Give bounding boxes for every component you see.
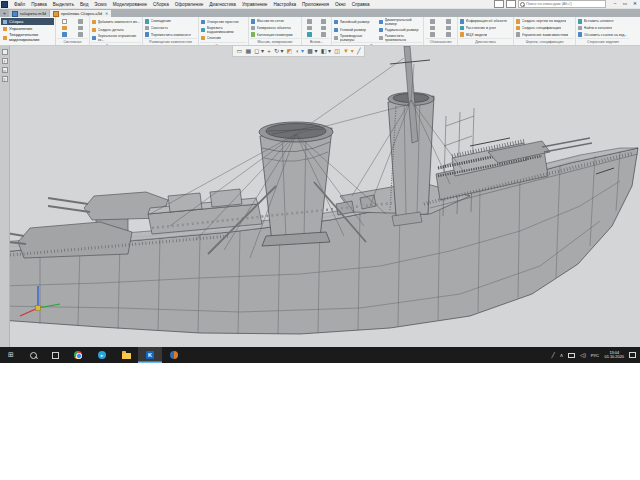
taskbar-search-button[interactable] [22,347,44,363]
undo-icon[interactable] [78,32,83,37]
app-logo-icon[interactable] [1,1,8,8]
section-button[interactable]: Сечение [200,34,247,42]
restore-button[interactable]: ▭ [620,0,630,8]
tolerance-icon[interactable] [446,26,451,31]
menu-management[interactable]: Управление [239,2,271,7]
save-document-icon[interactable] [62,32,67,37]
snap-settings-icon[interactable]: ▦ [244,46,253,56]
mirror-components-button[interactable]: Зеркальное отражение ко... [91,34,141,42]
set-tab-management[interactable]: Управление [1,25,54,32]
linear-dimension-button[interactable]: Линейный размер [333,18,377,26]
network-icon[interactable] [568,353,575,358]
local-csys-icon[interactable] [321,19,326,24]
start-button[interactable]: ⊞ [0,347,22,363]
taskbar-app-kompas-viewer[interactable] [162,347,186,363]
group-caption[interactable]: Операции [200,42,247,45]
taskbar-app-telegram[interactable]: ▸ [90,347,114,363]
manage-links-button[interactable]: Управление зависимостями [515,31,574,38]
tab-part-document[interactable]: габариты.m3d [9,10,49,17]
coincidence-button[interactable]: Совпадение [144,18,197,25]
taskbar-app-kompas[interactable]: K [138,347,162,363]
screens-icon[interactable] [506,0,516,8]
language-indicator[interactable]: РУС [588,353,601,358]
axis-icon[interactable] [307,26,312,31]
measure-pencil-icon[interactable]: ╱ [355,46,362,56]
menu-view[interactable]: Вид [77,2,91,7]
leader-icon[interactable] [430,32,435,37]
menu-applications[interactable]: Приложения [299,2,332,7]
object-filter-icon[interactable]: ▼ ▾ [342,46,356,56]
roughness-icon[interactable] [430,19,435,24]
control-point-icon[interactable] [321,26,326,31]
shaded-with-edges-icon[interactable]: ▩ ▾ [306,46,320,56]
group-caption[interactable]: Системная [57,38,88,45]
layout-icon[interactable] [494,0,504,8]
menu-file[interactable]: Файл [11,2,28,7]
derived-dimensions-button[interactable]: Производные размеры [333,34,377,42]
taskbar-app-chrome[interactable] [66,347,90,363]
group-caption[interactable]: Сторонние изделия [577,38,629,45]
zoom-area-icon[interactable]: ◻ ▾ [253,46,266,56]
close-button[interactable]: ✕ [630,0,640,8]
find-in-catalog-button[interactable]: Найти в каталоге [577,25,629,32]
group-caption[interactable]: Диагностика [459,38,512,45]
selection-frame-icon[interactable]: ▭ [235,46,244,56]
notification-center-icon[interactable] [629,352,636,358]
arrange-dimensions-button[interactable]: Разместить произвольно [378,34,422,42]
angular-dimension-button[interactable]: Угловой размер [333,26,377,34]
menu-help[interactable]: Справка [349,2,373,7]
display-style-icon[interactable]: ◐ ▾ [294,46,306,56]
plane-icon[interactable] [307,32,312,37]
group-caption[interactable]: Вспом... [303,38,330,45]
menu-settings[interactable]: Настройка [270,2,299,7]
model-viewport[interactable]: f ≔ ≡ ▭ ▦ ◻ ▾ + ↻ ▾ ◩ ◐ ▾ ▩ ▾ ◧ ▾ ◫ ▼ ▾ … [0,46,640,347]
clipboard-icon[interactable] [78,26,83,31]
task-view-button[interactable] [44,347,66,363]
pan-icon[interactable]: + [266,46,273,56]
new-tab-button[interactable]: + [0,10,9,17]
group-caption[interactable]: Чертеж, спецификация [515,38,574,45]
rotate-orbit-icon[interactable]: ↻ ▾ [272,46,285,56]
command-search-input[interactable] [525,2,603,6]
copy-objects-button[interactable]: Копировать объекты [250,25,300,32]
tab-close-icon[interactable]: ✕ [105,11,108,16]
group-caption[interactable]: Обозначения [425,38,456,45]
group-caption[interactable]: Размеры [333,42,422,45]
print-icon[interactable] [78,19,83,24]
set-tab-assembly[interactable]: Сборка [1,18,54,25]
geometry-collection-button[interactable]: Коллекция геометрии [250,31,300,38]
distance-angle-button[interactable]: Расстояние и угол [459,25,512,32]
datum-icon[interactable] [430,26,435,31]
menu-annotation[interactable]: Оформление [172,2,207,7]
marking-icon[interactable] [446,19,451,24]
menu-edit[interactable]: Правка [28,2,50,7]
move-component-button[interactable]: Переместить компонент [144,31,197,38]
menu-modeling[interactable]: Моделирование [110,2,150,7]
volume-icon[interactable]: ◁) [578,352,589,358]
add-component-button[interactable]: Добавить компонент из... [91,18,141,26]
group-caption[interactable]: Компоненты [91,42,141,45]
design-tree-icon[interactable]: ≔ [2,67,8,73]
insert-element-button[interactable]: Вставить элемент [577,18,629,25]
grid-pattern-button[interactable]: Массив по сетке [250,18,300,25]
parameters-fx-icon[interactable]: f [2,58,8,64]
set-tab-solid-modeling[interactable]: Твердотельное моделирование [1,32,54,43]
new-document-icon[interactable] [62,19,67,24]
menu-diagnostics[interactable]: Диагностика [206,2,239,7]
taskbar-app-explorer[interactable] [114,347,138,363]
create-specification-button[interactable]: Создать спецификацию [515,25,574,32]
object-info-button[interactable]: Информация об объекте [459,18,512,25]
orientation-cube-icon[interactable]: ◧ ▾ [319,46,333,56]
mass-properties-button[interactable]: МЦХ модели [459,31,512,38]
coaxial-button[interactable]: Соосность [144,25,197,32]
open-document-icon[interactable] [62,26,67,31]
cut-extrude-button[interactable]: Вырезать выдавливанием [200,26,247,34]
menu-window[interactable]: Окно [332,2,349,7]
menu-assembly[interactable]: Сборка [150,2,172,7]
menu-sketch[interactable]: Эскиз [91,2,109,7]
create-part-button[interactable]: Создать деталь [91,26,141,34]
hidden-icons-chevron[interactable]: ∧ [557,352,566,358]
menu-select[interactable]: Выделить [50,2,77,7]
point-icon[interactable] [307,19,312,24]
spiral-icon[interactable] [321,32,326,37]
